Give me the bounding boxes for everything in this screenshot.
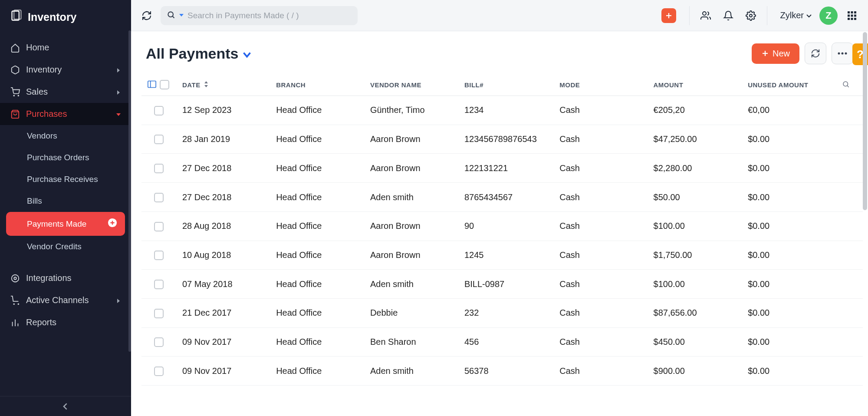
sidebar-item-purchase-receives[interactable]: Purchase Receives: [27, 168, 131, 190]
sidebar-item-active-channels[interactable]: Active Channels: [0, 289, 131, 311]
table-row[interactable]: 10 Aug 2018 Head Office Aaron Brown 1245…: [141, 241, 863, 270]
settings-button[interactable]: [744, 9, 757, 22]
cell-vendor: Aaron Brown: [364, 125, 458, 154]
sidebar-item-inventory[interactable]: Inventory: [0, 59, 131, 81]
cell-branch: Head Office: [270, 299, 364, 328]
cell-bill: 90: [458, 211, 553, 241]
purchases-submenu: Vendors Purchase Orders Purchase Receive…: [0, 125, 131, 258]
table-row[interactable]: 27 Dec 2018 Head Office Aaron Brown 1221…: [141, 154, 863, 183]
table-row[interactable]: 28 Aug 2018 Head Office Aaron Brown 90 C…: [141, 211, 863, 241]
cell-mode: Cash: [553, 183, 647, 212]
cell-vendor: Günther, Timo: [364, 96, 458, 125]
sidebar-scrollbar[interactable]: [128, 30, 131, 352]
sidebar-item-sales[interactable]: Sales: [0, 81, 131, 103]
row-checkbox[interactable]: [154, 366, 164, 376]
collapse-sidebar-button[interactable]: [0, 396, 131, 416]
apps-button[interactable]: [845, 9, 858, 22]
table-header-branch[interactable]: BRANCH: [270, 74, 364, 96]
sidebar-item-payments-made[interactable]: Payments Made: [6, 212, 125, 236]
table-row[interactable]: 28 Jan 2019 Head Office Aaron Brown 1234…: [141, 125, 863, 154]
cell-vendor: Debbie: [364, 299, 458, 328]
table-header-amount[interactable]: AMOUNT: [648, 74, 742, 96]
column-settings-button[interactable]: [148, 80, 156, 89]
new-button[interactable]: New: [752, 43, 799, 64]
refresh-icon: [141, 10, 152, 21]
cell-unused: $0.00: [742, 211, 836, 241]
table-header-search[interactable]: [836, 74, 863, 96]
cell-mode: Cash: [553, 125, 647, 154]
svg-point-17: [703, 12, 706, 15]
svg-rect-27: [854, 18, 856, 20]
cell-date: 12 Sep 2023: [176, 96, 270, 125]
svg-point-9: [18, 304, 19, 304]
row-checkbox[interactable]: [154, 193, 164, 202]
table-row[interactable]: 27 Dec 2018 Head Office Aden smith 87654…: [141, 183, 863, 212]
table-header-bill[interactable]: BILL#: [458, 74, 553, 96]
sidebar-item-bills[interactable]: Bills: [27, 190, 131, 212]
row-checkbox[interactable]: [154, 309, 164, 318]
table-header-select: [141, 74, 176, 96]
svg-rect-21: [854, 11, 856, 13]
chevron-down-icon: [243, 45, 251, 62]
svg-rect-19: [848, 11, 850, 13]
page-title-dropdown[interactable]: All Payments: [146, 45, 251, 62]
refresh-button[interactable]: [141, 10, 153, 22]
table-row[interactable]: 07 May 2018 Head Office Aden smith BILL-…: [141, 270, 863, 299]
search-box[interactable]: [161, 6, 358, 25]
brand-label: Inventory: [28, 11, 77, 23]
table-header-date[interactable]: DATE: [176, 74, 270, 96]
table-header-label: BRANCH: [276, 81, 306, 89]
table-header-label: UNUSED AMOUNT: [748, 81, 808, 89]
cell-unused: €0,00: [742, 96, 836, 125]
more-button[interactable]: [832, 43, 853, 64]
sync-button[interactable]: [805, 43, 826, 64]
cell-date: 21 Dec 2017: [176, 299, 270, 328]
row-checkbox[interactable]: [154, 106, 164, 116]
search-scope-dropdown[interactable]: [179, 12, 184, 20]
table-row[interactable]: 09 Nov 2017 Head Office Aden smith 56378…: [141, 357, 863, 386]
sidebar-item-purchase-orders[interactable]: Purchase Orders: [27, 147, 131, 168]
cell-date: 09 Nov 2017: [176, 357, 270, 386]
table-header-vendor[interactable]: VENDOR NAME: [364, 74, 458, 96]
table-row[interactable]: 21 Dec 2017 Head Office Debbie 232 Cash …: [141, 299, 863, 328]
cell-amount: $100.00: [648, 211, 742, 241]
row-checkbox[interactable]: [154, 164, 164, 173]
sidebar-item-reports[interactable]: Reports: [0, 311, 131, 333]
row-checkbox[interactable]: [154, 280, 164, 289]
table-row[interactable]: 12 Sep 2023 Head Office Günther, Timo 12…: [141, 96, 863, 125]
svg-point-6: [14, 277, 16, 280]
search-input[interactable]: [187, 11, 352, 20]
select-all-checkbox[interactable]: [160, 80, 169, 89]
main-scrollbar[interactable]: [863, 32, 867, 210]
brand[interactable]: Inventory: [0, 0, 131, 34]
svg-rect-22: [848, 14, 850, 17]
cell-date: 07 May 2018: [176, 270, 270, 299]
cell-bill: 56378: [458, 357, 553, 386]
table-row[interactable]: 09 Nov 2017 Head Office Ben Sharon 456 C…: [141, 327, 863, 357]
sidebar-item-integrations[interactable]: Integrations: [0, 267, 131, 289]
page-title-label: All Payments: [146, 45, 239, 62]
row-checkbox[interactable]: [154, 222, 164, 231]
sidebar-item-vendors[interactable]: Vendors: [27, 125, 131, 147]
row-checkbox[interactable]: [154, 135, 164, 144]
cell-amount: $50.00: [648, 183, 742, 212]
plus-icon: [665, 12, 673, 20]
table-header-mode[interactable]: MODE: [553, 74, 647, 96]
plus-circle-icon[interactable]: [108, 218, 117, 230]
cell-branch: Head Office: [270, 211, 364, 241]
notifications-button[interactable]: [722, 9, 735, 22]
sidebar-item-purchases[interactable]: Purchases: [0, 103, 131, 125]
sidebar-item-vendor-credits[interactable]: Vendor Credits: [27, 236, 131, 258]
table-header-unused[interactable]: UNUSED AMOUNT: [742, 74, 836, 96]
sidebar-item-home[interactable]: Home: [0, 36, 131, 59]
cell-amount: $100.00: [648, 270, 742, 299]
quick-add-button[interactable]: [661, 8, 676, 23]
avatar[interactable]: Z: [819, 7, 838, 25]
cell-bill: 1245: [458, 241, 553, 270]
row-checkbox[interactable]: [154, 337, 164, 347]
sidebar-item-label: Active Channels: [26, 295, 89, 305]
users-button[interactable]: [699, 9, 712, 22]
org-switcher[interactable]: Zylker: [780, 10, 812, 20]
cell-branch: Head Office: [270, 183, 364, 212]
row-checkbox[interactable]: [154, 251, 164, 260]
